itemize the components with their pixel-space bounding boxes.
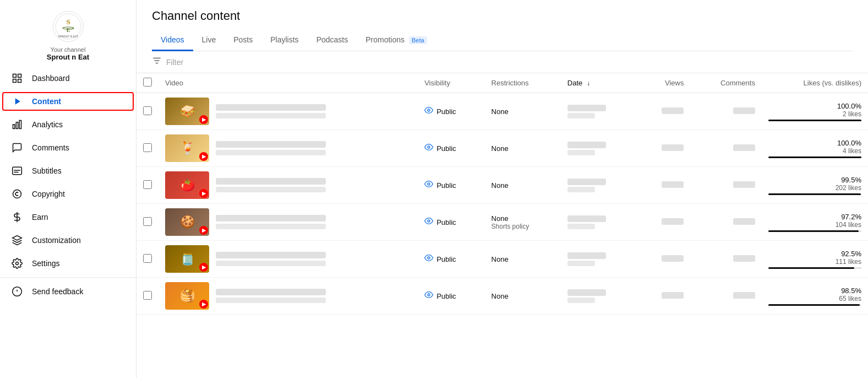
row-date-0 [561,93,638,130]
video-thumbnail-5[interactable]: 🥞 ▶ [165,282,209,310]
likes-pct-3: 97.2% [768,213,861,221]
settings-icon [11,257,23,269]
row-checkbox-cell [137,167,159,204]
tab-live[interactable]: Live [193,30,225,51]
video-subtitle-blur-5 [216,298,326,303]
nav-content[interactable]: Content [0,90,136,113]
nav-dashboard[interactable]: Dashboard [0,67,136,90]
row-views-4 [638,241,690,278]
col-comments: Comments [690,73,762,93]
likes-pct-4: 92.5% [768,250,861,258]
views-blur-2 [662,181,684,188]
video-thumbnail-0[interactable]: 🥪 ▶ [165,98,209,125]
eye-icon-3 [424,217,433,228]
visibility-label-0: Public [436,107,456,116]
tab-posts[interactable]: Posts [225,30,261,51]
comments-blur-2 [733,181,755,188]
likes-bar-0 [768,120,861,121]
tab-playlists[interactable]: Playlists [261,30,307,51]
shorts-badge-5: ▶ [199,300,208,309]
dashboard-icon [11,72,23,84]
video-title-blur-1 [216,141,326,148]
video-title-blur-2 [216,178,326,185]
col-video: Video [159,73,418,93]
shorts-badge-2: ▶ [199,189,208,198]
content-label: Content [32,97,61,106]
subtitles-icon [11,165,23,177]
row-checkbox-cell [137,278,159,315]
video-title-area-1 [216,141,326,155]
tab-podcasts[interactable]: Podcasts [308,30,357,51]
nav-earn[interactable]: Earn [0,206,136,229]
row-comments-0 [690,93,762,130]
col-date[interactable]: Date ↓ [561,73,638,93]
views-blur-3 [662,218,684,225]
row-checkbox-4[interactable] [143,254,152,263]
row-video-cell: 🍅 ▶ [159,167,418,204]
video-thumbnail-4[interactable]: 🫙 ▶ [165,245,209,273]
table-row: 🍪 ▶ Public None Shorts policy [137,204,868,241]
row-likes-5: 98.5% 65 likes [762,278,868,315]
feedback-icon [11,285,23,298]
row-restrictions-5: None [485,278,561,315]
svg-rect-12 [13,167,22,174]
row-checkbox-3[interactable] [143,217,152,226]
likes-bar-fill-0 [768,120,861,121]
video-thumbnail-3[interactable]: 🍪 ▶ [165,208,209,236]
row-visibility-5: Public [418,278,484,315]
select-all-checkbox[interactable] [143,78,152,87]
nav-copyright[interactable]: Copyright [0,182,136,206]
row-checkbox-5[interactable] [143,291,152,300]
row-restrictions-2: None [485,167,561,204]
nav-settings[interactable]: Settings [0,252,136,275]
table-row: 🍹 ▶ Public None [137,130,868,167]
tab-promotions[interactable]: Promotions Beta [357,30,435,51]
likes-bar-3 [768,230,861,232]
sort-arrow-icon: ↓ [587,79,590,87]
row-checkbox-1[interactable] [143,143,152,152]
svg-point-25 [428,146,430,148]
svg-point-27 [428,220,430,222]
tab-videos[interactable]: Videos [152,30,193,51]
svg-point-17 [16,262,19,265]
video-subtitle-blur-3 [216,224,326,229]
earn-icon [11,211,23,223]
views-blur-4 [662,255,684,262]
row-visibility-2: Public [418,167,484,204]
filter-icon [152,56,162,68]
likes-pct-1: 100.0% [768,139,861,147]
visibility-label-4: Public [436,255,456,263]
eye-icon-1 [424,143,433,154]
settings-label: Settings [32,259,60,268]
channel-logo[interactable]: S E SPROUT N EAT [53,11,84,42]
row-checkbox-2[interactable] [143,180,152,189]
comments-blur-1 [733,144,755,151]
views-blur-5 [662,292,684,299]
nav-subtitles[interactable]: Subtitles [0,159,136,182]
nav-customization[interactable]: Customization [0,229,136,252]
sidebar: S E SPROUT N EAT Your channel Sprout n E… [0,0,137,378]
nav-analytics[interactable]: Analytics [0,113,136,136]
likes-bar-4 [768,267,861,269]
earn-label: Earn [32,213,48,222]
nav-send-feedback[interactable]: Send feedback [0,280,136,303]
video-title-blur-0 [216,104,326,111]
video-thumbnail-2[interactable]: 🍅 ▶ [165,171,209,199]
select-all-header[interactable] [137,73,159,93]
svg-rect-11 [19,121,21,129]
row-comments-1 [690,130,762,167]
eye-icon-2 [424,180,433,191]
page-header: Channel content Videos Live Posts Playli… [137,0,868,51]
eye-icon-4 [424,253,433,264]
views-blur-0 [662,107,684,114]
filter-placeholder[interactable]: Filter [166,58,183,67]
comments-icon [11,142,23,154]
row-checkbox-0[interactable] [143,106,152,115]
likes-pct-2: 99.5% [768,176,861,184]
video-title-area-5 [216,289,326,303]
copyright-label: Copyright [32,190,65,198]
video-thumbnail-1[interactable]: 🍹 ▶ [165,134,209,162]
nav-comments[interactable]: Comments [0,136,136,159]
likes-bar-1 [768,156,861,158]
row-video-cell: 🍪 ▶ [159,204,418,241]
